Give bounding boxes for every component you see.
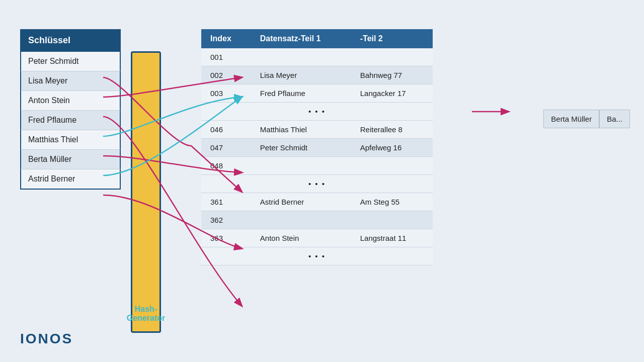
table-row: • • • — [201, 103, 433, 121]
dots-cell: • • • — [201, 175, 433, 193]
part1-cell — [251, 48, 351, 66]
dots-cell: • • • — [201, 247, 433, 265]
part1-cell: Peter Schmidt — [251, 139, 351, 157]
dots-cell: • • • — [201, 103, 433, 121]
table-row: 001 — [201, 48, 433, 66]
key-item: Anton Stein — [20, 91, 121, 111]
part2-cell: Reiterallee 8 — [351, 121, 433, 139]
part2-cell: Apfelweg 16 — [351, 139, 433, 157]
part1-cell: Fred Pflaume — [251, 84, 351, 103]
part1-cell: Astrid Berner — [251, 193, 351, 211]
key-list: Schlüssel Peter Schmidt Lisa Meyer Anton… — [20, 29, 121, 190]
index-cell: 001 — [201, 48, 251, 66]
key-item: Berta Müller — [20, 150, 121, 169]
hash-bar — [131, 51, 161, 333]
table-row: 363 Anton Stein Langstraat 11 — [201, 229, 433, 247]
index-cell: 363 — [201, 229, 251, 247]
table-row: 046 Matthias Thiel Reiterallee 8 — [201, 121, 433, 139]
table-row: • • • — [201, 175, 433, 193]
part1-cell — [251, 211, 351, 229]
part1-cell: Anton Stein — [251, 229, 351, 247]
key-list-header: Schlüssel — [20, 29, 121, 52]
index-cell: 002 — [201, 66, 251, 84]
col-part2: -Teil 2 — [351, 29, 433, 48]
table-row: 048 — [201, 157, 433, 175]
key-item: Astrid Berner — [20, 169, 121, 190]
part1-cell: Lisa Meyer — [251, 66, 351, 84]
index-table: Index Datensatz-Teil 1 -Teil 2 001 002 L… — [201, 29, 433, 265]
part2-cell — [351, 48, 433, 66]
index-table-wrap: Index Datensatz-Teil 1 -Teil 2 001 002 L… — [201, 29, 433, 265]
col-part1: Datensatz-Teil 1 — [251, 29, 351, 48]
key-item: Matthias Thiel — [20, 130, 121, 150]
key-item: Fred Pflaume — [20, 111, 121, 130]
key-item: Lisa Meyer — [20, 71, 121, 91]
table-row: 361 Astrid Berner Am Steg 55 — [201, 193, 433, 211]
table-row: 362 — [201, 211, 433, 229]
key-item: Peter Schmidt — [20, 52, 121, 71]
logo-text: IONOS — [20, 331, 73, 347]
table-row: • • • — [201, 247, 433, 265]
index-cell: 003 — [201, 84, 251, 103]
table-row: 047 Peter Schmidt Apfelweg 16 — [201, 139, 433, 157]
index-cell: 047 — [201, 139, 251, 157]
index-cell: 362 — [201, 211, 251, 229]
hash-generator-column: Hash-Generator — [121, 29, 171, 333]
part1-cell — [251, 157, 351, 175]
main-container: Schlüssel Peter Schmidt Lisa Meyer Anton… — [0, 0, 644, 362]
part2-cell — [351, 211, 433, 229]
table-row: 003 Fred Pflaume Langacker 17 — [201, 84, 433, 103]
part2-cell: Am Steg 55 — [351, 193, 433, 211]
overflow-container: Berta Müller Ba... — [543, 110, 630, 128]
table-row: 002 Lisa Meyer Bahnweg 77 — [201, 66, 433, 84]
index-cell: 361 — [201, 193, 251, 211]
index-cell: 046 — [201, 121, 251, 139]
part1-cell: Matthias Thiel — [251, 121, 351, 139]
part2-cell: Bahnweg 77 — [351, 66, 433, 84]
col-index: Index — [201, 29, 251, 48]
part2-cell: Langacker 17 — [351, 84, 433, 103]
index-cell: 048 — [201, 157, 251, 175]
part2-cell: Langstraat 11 — [351, 229, 433, 247]
ionos-logo: IONOS — [20, 331, 73, 347]
hash-label: Hash-Generator — [127, 305, 165, 323]
overflow-cell-1: Berta Müller — [543, 110, 599, 128]
overflow-cell-2: Ba... — [599, 110, 630, 128]
part2-cell — [351, 157, 433, 175]
